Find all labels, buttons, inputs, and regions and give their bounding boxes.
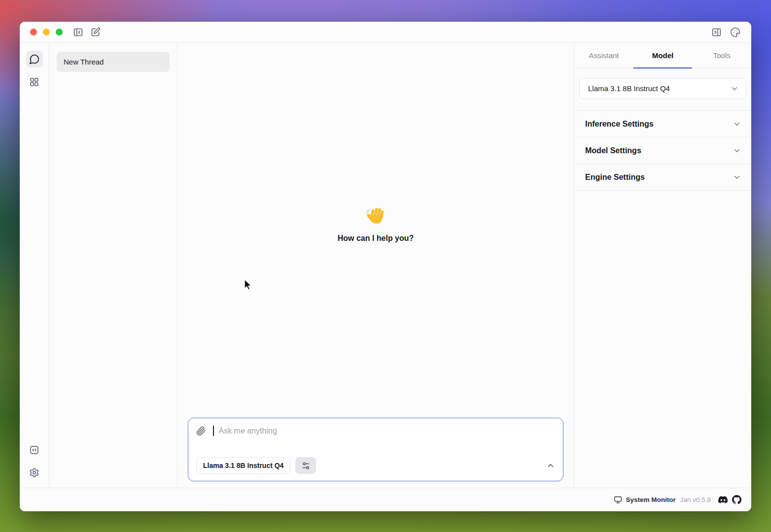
tab-tools[interactable]: Tools: [692, 43, 751, 68]
mouse-cursor: [242, 278, 253, 292]
left-icon-rail: [20, 43, 49, 488]
chat-area: How can I help you? Llama 3.1 8B Instruc…: [177, 43, 574, 488]
chat-input[interactable]: [219, 427, 556, 435]
thread-list: New Thread: [49, 43, 177, 488]
chevron-up-icon: [546, 461, 555, 470]
chevron-down-icon: [733, 173, 741, 182]
github-icon[interactable]: [732, 495, 741, 504]
sidebar-item-hub[interactable]: [26, 73, 43, 90]
chevron-down-icon: [733, 120, 741, 129]
section-label: Model Settings: [585, 146, 641, 155]
model-dropdown-value: Llama 3.1 8B Instruct Q4: [588, 84, 670, 93]
zoom-window-button[interactable]: [56, 29, 63, 35]
sidebar-item-local-api[interactable]: [26, 441, 43, 458]
empty-state-greeting: How can I help you?: [177, 203, 574, 243]
minimize-window-button[interactable]: [43, 29, 50, 35]
new-thread-compose-icon[interactable]: [90, 27, 101, 37]
titlebar: [20, 22, 751, 42]
app-window: New Thread: [20, 22, 751, 511]
thread-title: New Thread: [64, 58, 104, 66]
right-panel-tabs: Assistant Model Tools: [574, 43, 751, 68]
system-monitor-button[interactable]: System Monitor: [614, 496, 675, 504]
panel-left-collapse-icon[interactable]: [73, 27, 83, 37]
list-item-thread[interactable]: New Thread: [57, 52, 170, 72]
system-monitor-label: System Monitor: [626, 496, 675, 503]
paperclip-icon[interactable]: [196, 426, 206, 436]
grid-hub-icon: [29, 77, 39, 87]
composer-collapse-button[interactable]: [546, 461, 555, 470]
chevron-down-icon: [733, 146, 741, 155]
wave-hand-emoji: [364, 203, 387, 227]
right-panel: Assistant Model Tools Llama 3.1 8B Instr…: [574, 43, 751, 488]
tab-model[interactable]: Model: [633, 43, 693, 68]
accordion-model-settings[interactable]: Model Settings: [574, 137, 751, 164]
monitor-icon: [614, 496, 622, 504]
panel-right-toggle-icon[interactable]: [711, 27, 722, 37]
greeting-text: How can I help you?: [338, 234, 414, 243]
status-bar: System Monitor Jan v0.5.8: [20, 488, 751, 511]
model-dropdown[interactable]: Llama 3.1 8B Instruct Q4: [579, 78, 746, 99]
settings-gear-icon: [29, 467, 39, 478]
discord-icon[interactable]: [718, 495, 728, 504]
message-composer: Llama 3.1 8B Instruct Q4: [188, 418, 563, 481]
close-window-button[interactable]: [30, 29, 37, 35]
chevron-down-icon: [730, 84, 739, 93]
sliders-icon: [301, 461, 311, 470]
chat-bubble-icon: [29, 54, 40, 65]
section-label: Engine Settings: [585, 173, 645, 182]
accordion-inference-settings[interactable]: Inference Settings: [574, 111, 751, 137]
tab-assistant[interactable]: Assistant: [574, 43, 633, 68]
section-label: Inference Settings: [585, 120, 654, 129]
sidebar-item-threads[interactable]: [26, 51, 43, 67]
model-settings-button[interactable]: [295, 457, 316, 474]
traffic-lights: [30, 29, 63, 35]
model-chip-button[interactable]: Llama 3.1 8B Instruct Q4: [196, 457, 290, 474]
accordion-engine-settings[interactable]: Engine Settings: [574, 164, 751, 191]
app-version: Jan v0.5.8: [680, 496, 711, 503]
local-api-code-icon: [29, 445, 39, 455]
sidebar-item-settings[interactable]: [26, 464, 43, 481]
text-caret: [213, 426, 214, 436]
palette-icon[interactable]: [730, 27, 740, 37]
